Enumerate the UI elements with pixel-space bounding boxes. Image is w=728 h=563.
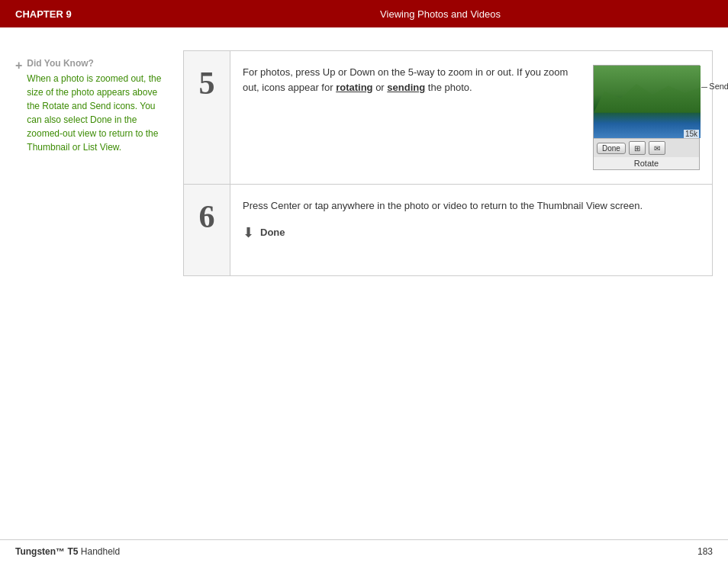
step-6-text: Press Center or tap anywhere in the phot…	[243, 198, 700, 214]
sidebar-heading: Did You Know?	[27, 58, 168, 69]
sidebar: + Did You Know? When a photo is zoomed o…	[15, 50, 168, 276]
send-callout-label: Send	[709, 82, 728, 91]
sidebar-text-block: Did You Know? When a photo is zoomed out…	[27, 58, 168, 154]
rotate-label: Rotate	[594, 157, 699, 169]
header-bar: CHAPTER 9 Viewing Photos and Videos	[0, 0, 728, 27]
step-6-number: 6	[184, 185, 230, 275]
sidebar-tip: + Did You Know? When a photo is zoomed o…	[15, 58, 168, 154]
rotate-icon-btn[interactable]: ⊞	[629, 141, 646, 155]
steps-container: 5 For photos, press Up or Down on the 5-…	[183, 50, 713, 276]
done-button[interactable]: Done	[597, 143, 626, 154]
page-title: Viewing Photos and Videos	[168, 8, 713, 20]
step-5-content: For photos, press Up or Down on the 5-wa…	[230, 51, 712, 184]
page-wrapper: CHAPTER 9 Viewing Photos and Videos + Di…	[0, 0, 728, 563]
rotating-link[interactable]: rotating	[336, 82, 372, 93]
step-5-image-area: 15k Done ⊞ ✉ Rotate Send	[593, 65, 700, 170]
send-icon-btn[interactable]: ✉	[649, 141, 665, 155]
step-5-text-end: the photo.	[425, 82, 472, 93]
brand-name: Tungsten™ T5	[15, 546, 78, 557]
done-arrow-icon: ⬇	[243, 224, 254, 241]
footer: Tungsten™ T5 Handheld 183	[0, 539, 728, 563]
done-action: ⬇ Done	[243, 224, 700, 241]
step-5-text: For photos, press Up or Down on the 5-wa…	[243, 65, 578, 95]
step-5-text-mid: or	[373, 82, 388, 93]
footer-brand: Tungsten™ T5 Handheld	[15, 546, 120, 557]
plus-icon: +	[15, 58, 22, 72]
step-6-block: 6 Press Center or tap anywhere in the ph…	[183, 185, 713, 276]
sidebar-body: When a photo is zoomed out, the size of …	[27, 72, 168, 154]
step-6-content: Press Center or tap anywhere in the phot…	[230, 185, 712, 275]
done-action-label: Done	[260, 227, 285, 238]
chapter-label: CHAPTER 9	[15, 8, 168, 20]
step-5-inner: For photos, press Up or Down on the 5-wa…	[243, 65, 700, 170]
brand-suffix: Handheld	[81, 546, 120, 557]
footer-page: 183	[697, 546, 713, 557]
photo-toolbar: Done ⊞ ✉	[594, 138, 699, 157]
photo-frame: 15k Done ⊞ ✉ Rotate	[593, 65, 700, 170]
photo-size-label: 15k	[684, 130, 699, 138]
photo-image: 15k	[594, 66, 701, 138]
send-callout: Send	[701, 82, 728, 91]
send-callout-line	[701, 87, 707, 88]
step-5-number: 5	[184, 51, 230, 184]
main-content: + Did You Know? When a photo is zoomed o…	[0, 27, 728, 291]
step-5-block: 5 For photos, press Up or Down on the 5-…	[183, 50, 713, 185]
sending-link[interactable]: sending	[387, 82, 425, 93]
